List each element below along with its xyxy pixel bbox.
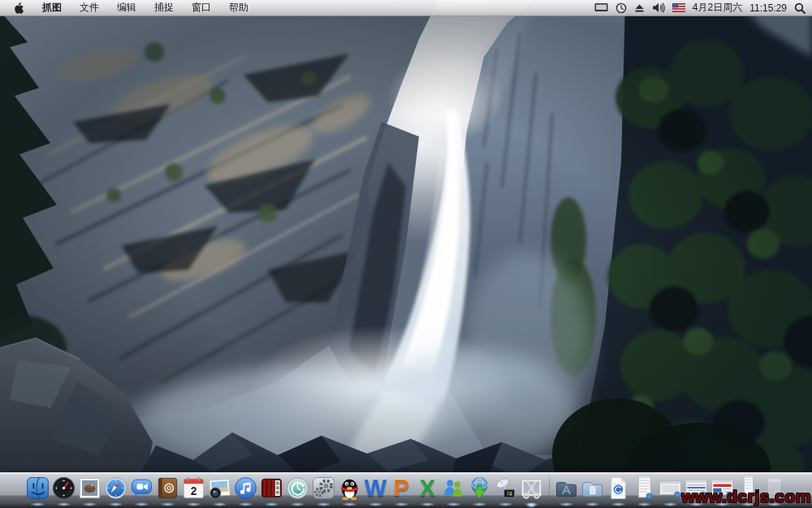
dock-item-screenshot-file[interactable] (606, 475, 631, 501)
dock-item-msn-messenger[interactable] (441, 475, 466, 501)
dock-item-iphoto[interactable] (207, 475, 232, 501)
ical-icon: 2 (181, 475, 206, 501)
menu-bar-status: 4月2日周六 11:15:29 (594, 1, 806, 15)
dock-item-qq[interactable] (337, 475, 362, 501)
wallpaper-yosemite-falls (0, 0, 812, 508)
dock-item-remote-desktop[interactable] (493, 475, 518, 501)
download-globe-icon (467, 475, 492, 501)
address-book-icon (155, 475, 180, 501)
safari-icon (103, 475, 128, 501)
system-preferences-icon (311, 475, 336, 501)
display-icon[interactable] (594, 2, 608, 13)
menu-bar-left: 抓图 文件 编辑 捕捉 窗口 帮助 (6, 0, 257, 15)
dock-item-excel[interactable]: X (415, 474, 440, 501)
dashboard-icon (51, 475, 76, 501)
watermark: www.dcrjs.com (681, 487, 811, 506)
menu-item-file[interactable]: 文件 (71, 0, 108, 15)
dock-item-dashboard[interactable] (51, 475, 76, 501)
qq-icon (337, 475, 362, 501)
menu-item-edit[interactable]: 编辑 (108, 0, 145, 15)
us-flag-icon[interactable] (672, 3, 685, 12)
dock-item-picture-preview[interactable] (77, 475, 102, 501)
ichat-icon (129, 475, 154, 501)
dock-item-time-machine[interactable] (285, 475, 310, 501)
dock-item-documents-folder[interactable] (580, 475, 605, 501)
dock-item-ical[interactable]: 2 (181, 475, 206, 501)
documents-folder-icon (580, 475, 605, 501)
menu-item-app[interactable]: 抓图 (33, 0, 71, 15)
dock-item-word[interactable]: W (363, 474, 388, 501)
time-machine-icon[interactable] (615, 2, 627, 14)
menu-clock[interactable]: 11:15:29 (749, 2, 787, 14)
remote-desktop-icon (493, 475, 518, 501)
itunes-icon (233, 475, 258, 501)
dock-item-grab[interactable] (519, 475, 544, 501)
dock-item-ichat[interactable] (129, 475, 154, 501)
msn-messenger-icon (441, 475, 466, 501)
menu-item-capture[interactable]: 捕捉 (145, 0, 183, 15)
dock-item-finder[interactable] (25, 475, 50, 501)
time-machine-icon-dock (285, 475, 310, 501)
photo-booth-icon (259, 475, 284, 501)
grab-scissors-icon (519, 475, 544, 501)
dock-separator (545, 470, 553, 501)
dock-item-photo-booth[interactable] (259, 475, 284, 501)
menu-item-help[interactable]: 帮助 (220, 0, 257, 15)
dock-item-system-preferences[interactable] (311, 475, 336, 501)
screenshot-file-icon (606, 475, 631, 501)
apple-logo-icon (13, 2, 24, 14)
minimized-window-wide-icon (658, 473, 683, 501)
applications-folder-icon (554, 475, 579, 501)
menu-items: 抓图 文件 编辑 捕捉 窗口 帮助 (33, 0, 257, 15)
spotlight-icon[interactable] (794, 2, 806, 14)
menu-date[interactable]: 4月2日周六 (693, 1, 742, 15)
word-letter-icon: W (363, 474, 388, 501)
dock-item-safari[interactable] (103, 475, 128, 501)
minimized-window-tall-icon (632, 473, 657, 501)
dock-item-address-book[interactable] (155, 475, 180, 501)
iphoto-icon (207, 475, 232, 501)
dock-item-applications-folder[interactable] (554, 475, 579, 501)
menu-item-window[interactable]: 窗口 (183, 0, 220, 15)
eject-icon[interactable] (634, 3, 645, 13)
apple-menu[interactable] (6, 2, 33, 14)
dock-item-list: 2 (25, 470, 787, 501)
volume-icon[interactable] (652, 2, 665, 13)
dock-item-itunes[interactable] (233, 475, 258, 501)
finder-icon (25, 475, 50, 501)
menu-bar: 抓图 文件 编辑 捕捉 窗口 帮助 (0, 0, 812, 16)
excel-letter-icon: X (415, 474, 440, 501)
dock-item-minimized-window-2[interactable] (658, 473, 683, 501)
picture-icon (77, 475, 102, 501)
ical-day: 2 (191, 485, 197, 497)
dock-item-minimized-window-1[interactable] (632, 473, 657, 501)
dock-item-powerpoint[interactable]: P (389, 474, 414, 501)
powerpoint-letter-icon: P (389, 474, 414, 501)
dock-item-download-manager[interactable] (467, 475, 492, 501)
